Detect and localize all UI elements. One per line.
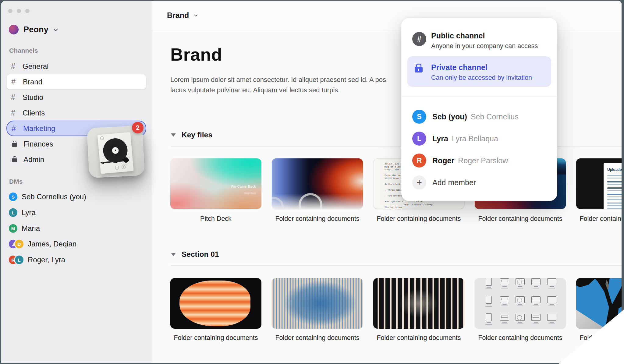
close-window-button[interactable] — [8, 9, 12, 13]
add-member-button[interactable]: + Add member — [412, 175, 548, 189]
zoom-window-button[interactable] — [25, 9, 30, 13]
turntable-image — [98, 132, 134, 174]
avatar: L — [15, 256, 23, 264]
script-line: Yeah. Couldn't sleep. — [374, 203, 464, 206]
drag-ghost-turntable[interactable]: 2 — [87, 125, 145, 178]
hash-icon: # — [11, 77, 23, 86]
description-line: lacus vulputate pulvinar eu. Aliquam vel… — [170, 85, 386, 95]
card-caption: Folder containing documents — [475, 334, 566, 342]
card-caption: Folder containing documents — [272, 334, 363, 342]
section-header-key-files[interactable]: Key files — [171, 131, 212, 139]
collapse-triangle-icon — [171, 253, 176, 256]
avatar: L — [412, 132, 426, 146]
workspace-name: Peony — [23, 25, 48, 34]
channel-label: Marketing — [23, 124, 55, 133]
avatar: S — [412, 110, 426, 124]
member-row-seb[interactable]: S Seb (you) Seb Cornelius — [412, 110, 548, 124]
dm-item-james-deqian[interactable]: J D James, Deqian — [9, 236, 76, 252]
card-caption: Folder containing documents — [373, 334, 464, 342]
folder-card-tree[interactable] — [576, 278, 622, 329]
window-controls — [8, 9, 30, 13]
breadcrumb-channel[interactable]: Brand — [167, 11, 189, 20]
card-caption: Folder containing documents — [576, 215, 622, 223]
folder-card[interactable] — [373, 278, 464, 329]
folder-card[interactable] — [272, 158, 363, 209]
card-caption: Folder containing documents — [475, 215, 566, 223]
avatar: M — [9, 224, 17, 233]
lock-icon — [415, 67, 423, 72]
chevron-down-icon[interactable] — [194, 13, 198, 17]
turntable-dial — [100, 136, 104, 140]
workspace-avatar — [9, 25, 19, 34]
card-caption: Folder containing documents — [170, 334, 261, 342]
sidebar: Peony Channels # General # Brand # Studi… — [1, 1, 151, 363]
channel-label: Clients — [23, 109, 45, 117]
card-caption: Pitch Deck — [170, 215, 261, 223]
app-window: Peony Channels # General # Brand # Studi… — [1, 1, 622, 363]
option-subtitle: Can only be accessed by invitation — [431, 74, 532, 82]
hash-icon: # — [11, 62, 23, 71]
hash-icon: # — [11, 108, 23, 117]
channel-label: Studio — [23, 93, 43, 102]
member-row-lyra[interactable]: L Lyra Lyra Bellaqua — [412, 132, 548, 146]
dm-name: Roger, Lyra — [28, 256, 65, 264]
channel-label: General — [23, 62, 48, 71]
avatar: L — [9, 208, 17, 217]
dm-name: Seb Cornelius (you) — [22, 193, 86, 201]
channel-label: Brand — [23, 78, 42, 86]
card-caption: Folder containing documents — [576, 334, 622, 342]
dm-item-seb[interactable]: S Seb Cornelius (you) — [9, 189, 86, 205]
member-display-name: Seb (you) — [432, 112, 467, 121]
channel-privacy-popup: # Public channel Anyone in your company … — [401, 18, 557, 201]
sidebar-item-clients[interactable]: # Clients — [6, 105, 146, 121]
workspace-switcher[interactable]: Peony — [9, 23, 57, 36]
doc-title: Uploaded Agreement — [607, 168, 622, 172]
plus-icon: + — [412, 175, 426, 189]
avatar: R — [412, 154, 426, 168]
agreement-doc: Uploaded Agreement — [604, 163, 622, 209]
member-row-roger[interactable]: R Roger Roger Parslow — [412, 154, 548, 168]
folder-card-icon-library[interactable] — [475, 278, 566, 329]
avatar: S — [9, 193, 17, 201]
chevron-down-icon — [53, 27, 58, 31]
script-dialog: JULIA Yeah. Couldn't sleep. — [374, 200, 464, 206]
card-caption: Folder containing documents — [373, 215, 464, 223]
hash-icon: # — [412, 32, 426, 46]
minimize-window-button[interactable] — [17, 9, 21, 13]
collapse-triangle-icon — [171, 133, 176, 137]
channels-section-label: Channels — [9, 47, 38, 54]
option-title: Private channel — [431, 63, 488, 72]
member-full-name: Seb Cornelius — [471, 112, 519, 121]
folder-card-agreement[interactable]: Uploaded Agreement — [576, 158, 622, 209]
section-title: Section 01 — [182, 250, 219, 259]
sidebar-item-studio[interactable]: # Studio — [6, 90, 146, 105]
channel-description: Lorem ipsum dolor sit amet consectetur. … — [170, 75, 386, 95]
option-title: Public channel — [431, 31, 485, 40]
card-art-title: We Came Back — [231, 185, 256, 188]
file-card-pitch-deck[interactable]: We Came Back Design Studio — [170, 158, 261, 209]
control-knob — [122, 165, 126, 169]
member-display-name: Lyra — [432, 134, 448, 143]
control-knob — [115, 165, 119, 170]
card-art-ring — [299, 193, 322, 209]
dm-name: Lyra — [22, 208, 36, 217]
sidebar-item-general[interactable]: # General — [6, 58, 146, 74]
lock-icon — [12, 143, 17, 147]
description-line: Lorem ipsum dolor sit amet consectetur. … — [170, 75, 386, 85]
section-header-section-01[interactable]: Section 01 — [171, 250, 219, 259]
dm-item-maria[interactable]: M Maria — [9, 221, 40, 236]
member-full-name: Lyra Bellaqua — [452, 134, 498, 143]
option-public-channel[interactable]: # Public channel Anyone in your company … — [407, 27, 551, 53]
sidebar-item-brand[interactable]: # Brand — [6, 74, 146, 90]
channel-label: Finances — [23, 140, 53, 148]
folder-card[interactable] — [272, 278, 363, 329]
dm-item-lyra[interactable]: L Lyra — [9, 205, 36, 221]
dm-name: James, Deqian — [28, 240, 76, 248]
option-private-channel[interactable]: Private channel Can only be accessed by … — [407, 56, 551, 87]
screen: Peony Channels # General # Brand # Studi… — [0, 0, 624, 364]
avatar: D — [15, 240, 23, 248]
section-title: Key files — [182, 131, 212, 139]
dm-item-roger-lyra[interactable]: R L Roger, Lyra — [9, 252, 65, 268]
folder-card[interactable] — [170, 278, 261, 329]
icon-grid — [481, 278, 560, 328]
